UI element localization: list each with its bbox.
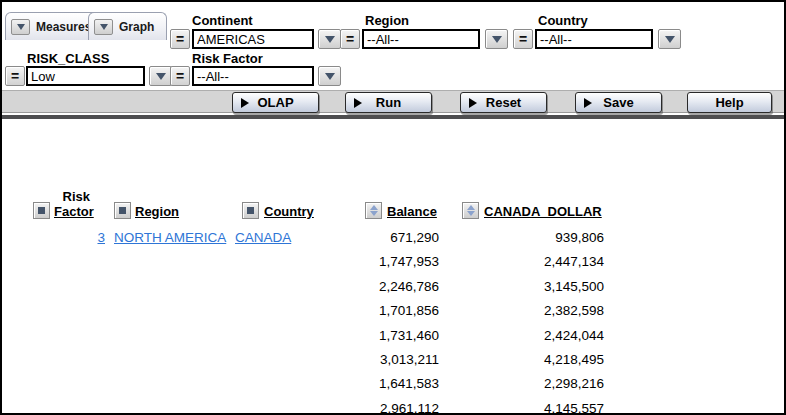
region-cell: [114, 299, 244, 323]
play-arrow-icon: [354, 98, 362, 108]
country-cell: [235, 397, 345, 415]
dimension-square-icon: [247, 207, 254, 214]
tab-measures-label: Measures: [36, 20, 91, 34]
risk-class-label: RISK_CLASS: [27, 51, 109, 66]
region-link[interactable]: NORTH AMERICA: [114, 230, 226, 245]
chevron-down-icon: [325, 36, 335, 43]
help-button-label: Help: [715, 95, 743, 110]
country-cell: [235, 275, 345, 299]
country-input[interactable]: [535, 29, 653, 49]
balance-cell: 2,961,112: [339, 397, 439, 415]
chevron-down-icon: [17, 24, 25, 30]
balance-cell: 1,701,856: [339, 299, 439, 323]
balance-cell: 1,747,953: [339, 250, 439, 274]
balance-column-header[interactable]: Balance: [387, 204, 437, 219]
help-button[interactable]: Help: [687, 92, 772, 113]
country-cell: [235, 250, 345, 274]
region-cell: [114, 372, 244, 396]
tab-graph-label: Graph: [119, 20, 154, 34]
column-balance: 671,2901,747,9532,246,7861,701,8561,731,…: [339, 226, 439, 415]
graph-dropdown-button[interactable]: [94, 19, 113, 35]
country-column-header[interactable]: Country: [264, 204, 314, 219]
play-arrow-icon: [241, 98, 249, 108]
risk-class-dropdown-button[interactable]: [149, 66, 172, 86]
canada_dollar-cell: 2,447,134: [474, 250, 604, 274]
balance-sort-button[interactable]: [365, 202, 382, 219]
country-link[interactable]: CANADA: [235, 230, 291, 245]
canada-dollar-sort-button[interactable]: [462, 202, 479, 219]
save-button[interactable]: Save: [575, 92, 662, 113]
country-cell: [235, 348, 345, 372]
region-dropdown-button[interactable]: [485, 29, 508, 49]
country-cell: CANADA: [235, 226, 345, 250]
country-dropdown-button[interactable]: [658, 29, 681, 49]
country-label: Country: [538, 13, 588, 28]
reset-button[interactable]: Reset: [460, 92, 547, 113]
balance-cell: 1,731,460: [339, 324, 439, 348]
column-risk-factor: 3: [33, 226, 105, 415]
run-button-label: Run: [376, 95, 401, 110]
play-arrow-icon: [584, 98, 592, 108]
risk-factor-column-header[interactable]: Factor: [54, 204, 94, 219]
tab-graph[interactable]: Graph: [88, 12, 167, 40]
canada_dollar-cell: 4,218,495: [474, 348, 604, 372]
save-button-label: Save: [603, 95, 633, 110]
continent-dropdown-button[interactable]: [318, 29, 341, 49]
olap-button[interactable]: OLAP: [232, 92, 319, 113]
risk-factor-input[interactable]: [192, 66, 314, 86]
factor-cell: [33, 372, 105, 396]
chevron-down-icon: [325, 73, 335, 80]
risk-factor-dimension-button[interactable]: [33, 202, 50, 219]
balance-cell: 3,013,211: [339, 348, 439, 372]
olap-report-window: Measures Graph Continent = Region = Coun…: [0, 0, 786, 415]
factor-cell: [33, 348, 105, 372]
toolbar-separator: [2, 115, 786, 119]
risk-factor-label: Risk Factor: [192, 51, 263, 66]
canada_dollar-cell: 4,145,557: [474, 397, 604, 415]
chevron-down-icon: [492, 36, 502, 43]
risk-class-operator-button[interactable]: =: [5, 66, 25, 86]
measures-dropdown-button[interactable]: [11, 19, 30, 35]
play-arrow-icon: [469, 98, 477, 108]
factor-cell: [33, 299, 105, 323]
sort-diamond-icon: [467, 205, 475, 216]
region-column-header[interactable]: Region: [135, 204, 179, 219]
balance-cell: 1,641,583: [339, 372, 439, 396]
run-button[interactable]: Run: [345, 92, 432, 113]
country-dimension-button[interactable]: [242, 202, 259, 219]
factor-cell: [33, 250, 105, 274]
country-cell: [235, 324, 345, 348]
factor-link[interactable]: 3: [97, 230, 105, 245]
region-cell: [114, 324, 244, 348]
canada_dollar-cell: 939,806: [474, 226, 604, 250]
country-cell: [235, 299, 345, 323]
region-dimension-button[interactable]: [114, 202, 131, 219]
region-cell: [114, 348, 244, 372]
dimension-square-icon: [38, 207, 45, 214]
canada_dollar-cell: 3,145,500: [474, 275, 604, 299]
country-cell: [235, 372, 345, 396]
canada_dollar-cell: 2,382,598: [474, 299, 604, 323]
region-operator-button[interactable]: =: [340, 29, 360, 49]
risk-factor-operator-button[interactable]: =: [170, 66, 190, 86]
continent-operator-button[interactable]: =: [170, 29, 190, 49]
column-region: NORTH AMERICA: [114, 226, 244, 415]
risk-class-input[interactable]: [26, 66, 145, 86]
country-operator-button[interactable]: =: [513, 29, 533, 49]
region-input[interactable]: [362, 29, 480, 49]
column-canada-dollar: 939,8062,447,1343,145,5002,382,5982,424,…: [474, 226, 604, 415]
risk-factor-dropdown-button[interactable]: [318, 66, 341, 86]
region-cell: [114, 397, 244, 415]
region-cell: [114, 250, 244, 274]
balance-cell: 671,290: [339, 226, 439, 250]
region-label: Region: [365, 13, 409, 28]
column-country: CANADA: [235, 226, 345, 415]
continent-input[interactable]: [192, 29, 314, 49]
region-cell: [114, 275, 244, 299]
canada-dollar-column-header[interactable]: CANADA_DOLLAR: [484, 204, 602, 219]
factor-cell: 3: [33, 226, 105, 250]
chevron-down-icon: [100, 24, 108, 30]
region-cell: NORTH AMERICA: [114, 226, 244, 250]
chevron-down-icon: [156, 73, 166, 80]
dimension-square-icon: [119, 207, 126, 214]
